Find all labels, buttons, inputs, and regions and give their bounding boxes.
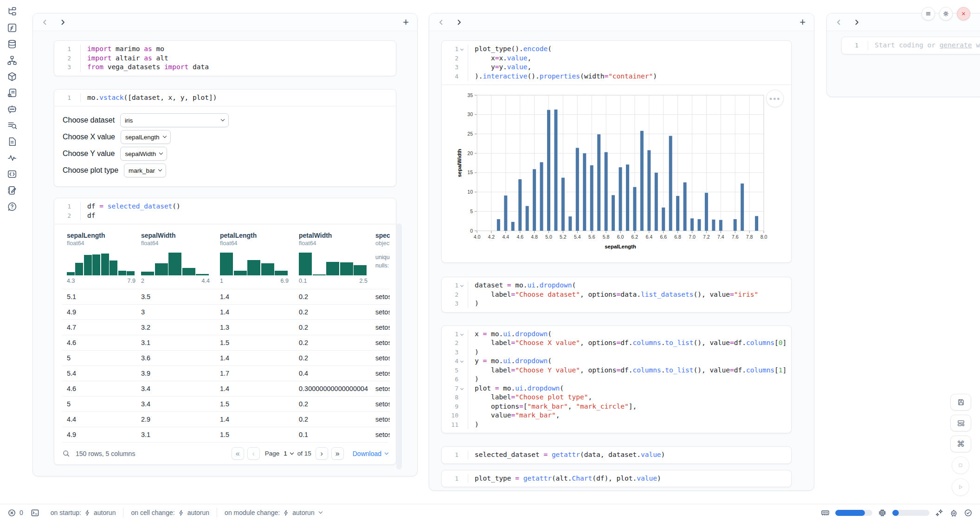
bar-chart[interactable]: 051015202530354.04.24.44.64.85.05.25.45.… xyxy=(455,91,780,254)
code-line[interactable]: 2import altair as alt xyxy=(54,54,396,63)
code-editor[interactable]: 1import marimo as mo2import altair as al… xyxy=(54,41,396,76)
code-line[interactable]: 4y = mo.ui.dropdown( xyxy=(442,357,791,366)
code-line[interactable]: 4).interactive().properties(width="conta… xyxy=(442,72,791,81)
last-page-button[interactable]: » xyxy=(331,447,344,460)
chevron-left-icon[interactable] xyxy=(835,19,843,26)
code-editor[interactable]: 1plot_type = getattr(alt.Chart(df), plot… xyxy=(442,470,791,487)
table-row[interactable]: 5.43.91.70.4setosa xyxy=(62,365,390,381)
dropdown-choose-dataset[interactable]: iris xyxy=(120,113,229,127)
dropdown-choose-x-value[interactable]: sepalLength xyxy=(121,130,171,144)
table-row[interactable]: 53.61.40.2setosa xyxy=(62,350,390,365)
chat-bot-icon[interactable] xyxy=(7,104,17,114)
on-module-change-setting[interactable]: on module change: autorun xyxy=(217,509,329,516)
code-line[interactable]: 2 label="Choose dataset", options=data.l… xyxy=(442,290,791,300)
chevron-left-icon[interactable] xyxy=(438,19,445,26)
help-bubble-icon[interactable] xyxy=(7,202,17,212)
code-line[interactable]: 10 value="mark_bar", xyxy=(442,411,791,420)
settings-gear-button[interactable] xyxy=(939,7,953,20)
code-line[interactable]: 3) xyxy=(442,299,791,308)
first-page-button[interactable]: « xyxy=(232,447,244,460)
fold-chevron-icon[interactable] xyxy=(458,330,465,339)
node-graph-icon[interactable] xyxy=(7,55,17,65)
dropdown-choose-plot-type[interactable]: mark_bar xyxy=(124,163,166,177)
fold-chevron-icon[interactable] xyxy=(458,357,465,366)
function-square-icon[interactable] xyxy=(7,23,17,33)
menu-button[interactable] xyxy=(922,7,935,20)
code-line[interactable]: 1import marimo as mo xyxy=(54,45,396,54)
code-line[interactable]: 1Start coding or generate with AI xyxy=(842,41,980,50)
code-editor[interactable]: 1Start coding or generate with AI xyxy=(842,37,980,54)
dropdown-choose-y-value[interactable]: sepalWidth xyxy=(120,147,167,161)
column-header-sepalWidth[interactable]: sepalWidthfloat6424.4 xyxy=(136,232,215,284)
shutdown-close-button[interactable] xyxy=(957,7,970,20)
table-row[interactable]: 4.93.11.50.1setosa xyxy=(62,427,390,442)
prev-page-button[interactable]: ‹ xyxy=(247,447,260,460)
chevron-right-icon[interactable] xyxy=(59,19,66,26)
error-indicator[interactable]: 0 xyxy=(7,508,23,517)
search-icon[interactable] xyxy=(62,449,70,457)
table-row[interactable]: 4.42.91.40.2setosa xyxy=(62,411,390,427)
code-line[interactable]: 3from vega_datasets import data xyxy=(54,63,396,72)
code-line[interactable]: 8 label="Choose plot type", xyxy=(442,393,791,402)
run-button[interactable] xyxy=(952,478,969,496)
notebook-pencil-icon[interactable] xyxy=(7,185,17,195)
fold-chevron-icon[interactable] xyxy=(458,45,465,54)
code-editor[interactable]: 1x = mo.ui.dropdown(2 label="Choose X va… xyxy=(442,326,791,433)
code-line[interactable]: 2df xyxy=(54,211,396,221)
code-editor[interactable]: 1selected_dataset = getattr(data, datase… xyxy=(442,447,791,463)
add-cell-button[interactable]: + xyxy=(403,19,409,26)
table-row[interactable]: 4.931.40.2setosa xyxy=(62,304,390,319)
code-line[interactable]: 9 options=["mark_bar", "mark_circle"], xyxy=(442,402,791,411)
next-page-button[interactable]: › xyxy=(316,447,328,460)
download-button[interactable]: Download xyxy=(353,450,388,457)
on-startup-setting[interactable]: on startup: autorun xyxy=(43,509,123,516)
chart-menu-button[interactable]: ●●● xyxy=(766,90,784,107)
code-line[interactable]: 3 y=y.value, xyxy=(442,63,791,72)
layout-button[interactable] xyxy=(950,415,971,431)
add-cell-button[interactable]: + xyxy=(799,19,806,26)
chevron-right-icon[interactable] xyxy=(853,19,860,26)
code-line[interactable]: 1x = mo.ui.dropdown( xyxy=(442,330,791,339)
code-line[interactable]: 3) xyxy=(442,348,791,357)
scrollbar[interactable] xyxy=(396,223,402,469)
code-line[interactable]: 2 label="Choose X value", options=df.col… xyxy=(442,339,791,348)
table-row[interactable]: 4.63.41.40.30000000000000004setosa xyxy=(62,381,390,396)
column-header-petalLength[interactable]: petalLengthfloat6416.9 xyxy=(215,232,294,284)
chevron-left-icon[interactable] xyxy=(41,19,49,26)
scroll-logs-icon[interactable] xyxy=(7,88,17,98)
code-line[interactable]: 6) xyxy=(442,375,791,384)
table-row[interactable]: 4.63.11.50.2setosa xyxy=(62,335,390,350)
code-line[interactable]: 11) xyxy=(442,420,791,430)
fold-chevron-icon[interactable] xyxy=(458,384,465,393)
activity-pulse-icon[interactable] xyxy=(7,153,17,163)
table-row[interactable]: 53.41.50.2setosa xyxy=(62,396,390,411)
code-line[interactable]: 5 label="Choose Y value", options=df.col… xyxy=(442,366,791,375)
code-line[interactable]: 1selected_dataset = getattr(data, datase… xyxy=(442,450,791,460)
code-editor[interactable]: 1mo.vstack([dataset, x, y, plot]) xyxy=(54,90,396,106)
package-cube-icon[interactable] xyxy=(7,72,17,82)
code-snippet-icon[interactable] xyxy=(7,169,17,179)
database-icon[interactable] xyxy=(7,39,17,49)
chevron-right-icon[interactable] xyxy=(455,19,463,26)
ai-sparkles-icon[interactable] xyxy=(935,508,944,517)
code-editor[interactable]: 1plot_type().encode(2 x=x.value,3 y=y.va… xyxy=(442,41,791,85)
save-button[interactable] xyxy=(950,394,971,410)
file-tree-icon[interactable] xyxy=(7,7,17,17)
page-select[interactable]: 1 xyxy=(283,450,294,457)
code-line[interactable]: 7plot = mo.ui.dropdown( xyxy=(442,384,791,393)
code-line[interactable]: 1mo.vstack([dataset, x, y, plot]) xyxy=(54,93,396,103)
table-row[interactable]: 4.73.21.30.2setosa xyxy=(62,319,390,335)
column-header-species[interactable]: speciesobjectunique:nulls: xyxy=(371,232,390,284)
fold-chevron-icon[interactable] xyxy=(458,281,465,290)
list-search-icon[interactable] xyxy=(7,120,17,130)
code-line[interactable]: 1plot_type().encode( xyxy=(442,45,791,54)
table-row[interactable]: 5.13.51.40.2setosa xyxy=(62,289,390,304)
code-line[interactable]: 1plot_type = getattr(alt.Chart(df), plot… xyxy=(442,474,791,483)
command-palette-button[interactable]: ⌘ xyxy=(950,436,971,452)
code-editor[interactable]: 1dataset = mo.ui.dropdown(2 label="Choos… xyxy=(442,277,791,312)
column-header-petalWidth[interactable]: petalWidthfloat640.12.5 xyxy=(294,232,371,284)
code-editor[interactable]: 1df = selected_dataset()2df xyxy=(54,198,396,224)
chatbot-icon[interactable] xyxy=(949,508,958,517)
connection-check-icon[interactable] xyxy=(964,508,973,517)
code-line[interactable]: 1df = selected_dataset() xyxy=(54,202,396,211)
